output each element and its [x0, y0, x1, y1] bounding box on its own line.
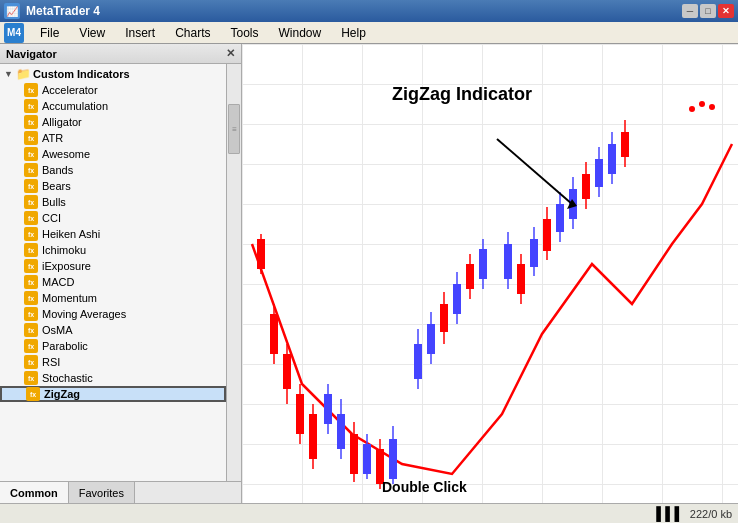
menu-help[interactable]: Help [333, 24, 374, 42]
menu-tools[interactable]: Tools [223, 24, 267, 42]
indicator-label: Heiken Ashi [42, 228, 100, 240]
indicator-label: Accelerator [42, 84, 98, 96]
indicator-label: Moving Averages [42, 308, 126, 320]
tree-root-custom-indicators[interactable]: ▼ 📁 Custom Indicators [0, 66, 226, 82]
list-item[interactable]: fx Stochastic [0, 370, 226, 386]
indicator-icon: fx [26, 387, 40, 401]
menu-file[interactable]: File [32, 24, 67, 42]
indicator-label: Momentum [42, 292, 97, 304]
indicator-icon: fx [24, 371, 38, 385]
menu-charts[interactable]: Charts [167, 24, 218, 42]
svg-point-55 [699, 101, 705, 107]
list-item[interactable]: fx Bears [0, 178, 226, 194]
indicator-label: Awesome [42, 148, 90, 160]
indicator-label: ATR [42, 132, 63, 144]
svg-point-54 [689, 106, 695, 112]
double-click-label: Double Click [382, 479, 467, 495]
tab-common-label: Common [10, 487, 58, 499]
indicator-label: Stochastic [42, 372, 93, 384]
menu-insert[interactable]: Insert [117, 24, 163, 42]
indicator-icon: fx [24, 131, 38, 145]
list-item[interactable]: fx Awesome [0, 146, 226, 162]
indicator-icon: fx [24, 307, 38, 321]
navigator-tree[interactable]: ▼ 📁 Custom Indicators fx Accelerator fx … [0, 64, 241, 481]
svg-line-57 [497, 139, 572, 204]
indicator-icon: fx [24, 291, 38, 305]
list-item[interactable]: fx iExposure [0, 258, 226, 274]
list-item[interactable]: fx Alligator [0, 114, 226, 130]
indicator-label: Parabolic [42, 340, 88, 352]
menu-window[interactable]: Window [271, 24, 330, 42]
indicator-icon: fx [24, 163, 38, 177]
indicator-label: Bulls [42, 196, 66, 208]
menu-view[interactable]: View [71, 24, 113, 42]
list-item-zigzag[interactable]: fx ZigZag [0, 386, 226, 402]
chart-area[interactable]: ZigZag Indicator Double Click [242, 44, 738, 503]
app-icon: 📈 [4, 3, 20, 19]
indicator-icon: fx [24, 211, 38, 225]
indicator-icon: fx [24, 227, 38, 241]
status-bars-icon: ▌▌▌ [656, 506, 684, 521]
status-bar: ▌▌▌ 222/0 kb [0, 503, 738, 523]
title-bar-left: 📈 MetaTrader 4 [4, 3, 100, 19]
indicator-label: CCI [42, 212, 61, 224]
tab-favorites-label: Favorites [79, 487, 124, 499]
indicator-icon: fx [24, 147, 38, 161]
indicator-label-zigzag: ZigZag [44, 388, 80, 400]
indicator-icon: fx [24, 355, 38, 369]
list-item[interactable]: fx OsMA [0, 322, 226, 338]
indicator-icon: fx [24, 259, 38, 273]
indicator-label: RSI [42, 356, 60, 368]
indicator-icon: fx [24, 83, 38, 97]
navigator-title: Navigator [6, 48, 57, 60]
svg-point-56 [709, 104, 715, 110]
indicator-icon: fx [24, 275, 38, 289]
list-item[interactable]: fx Parabolic [0, 338, 226, 354]
indicator-icon: fx [24, 179, 38, 193]
maximize-button[interactable]: □ [700, 4, 716, 18]
nav-scrollbar[interactable]: ≡ [226, 64, 241, 481]
indicator-icon: fx [24, 195, 38, 209]
list-item[interactable]: fx Momentum [0, 290, 226, 306]
list-item[interactable]: fx RSI [0, 354, 226, 370]
nav-scrollbar-thumb[interactable]: ≡ [228, 104, 240, 154]
indicator-icon: fx [24, 243, 38, 257]
expand-icon: ▼ [4, 69, 14, 79]
title-bar: 📈 MetaTrader 4 ─ □ ✕ [0, 0, 738, 22]
chart-svg [242, 44, 738, 503]
list-item[interactable]: fx CCI [0, 210, 226, 226]
tab-favorites[interactable]: Favorites [69, 482, 135, 503]
list-item[interactable]: fx Bands [0, 162, 226, 178]
list-item[interactable]: fx ATR [0, 130, 226, 146]
indicator-label: MACD [42, 276, 74, 288]
zigzag-label: ZigZag Indicator [392, 84, 532, 105]
app-logo: M4 [4, 23, 24, 43]
list-item[interactable]: fx Bulls [0, 194, 226, 210]
memory-label: 222/0 kb [690, 508, 732, 520]
indicator-icon: fx [24, 323, 38, 337]
title-bar-controls: ─ □ ✕ [682, 4, 734, 18]
indicator-label: Bands [42, 164, 73, 176]
root-label: Custom Indicators [33, 68, 130, 80]
navigator-header: Navigator ✕ [0, 44, 241, 64]
indicator-label: Alligator [42, 116, 82, 128]
indicator-icon: fx [24, 339, 38, 353]
indicator-label: OsMA [42, 324, 73, 336]
indicator-icon: fx [24, 99, 38, 113]
tab-common[interactable]: Common [0, 482, 69, 503]
title-bar-text: MetaTrader 4 [26, 4, 100, 18]
close-button[interactable]: ✕ [718, 4, 734, 18]
menu-bar: M4 File View Insert Charts Tools Window … [0, 22, 738, 44]
list-item[interactable]: fx Heiken Ashi [0, 226, 226, 242]
list-item[interactable]: fx Accumulation [0, 98, 226, 114]
indicator-label: Bears [42, 180, 71, 192]
list-item[interactable]: fx Ichimoku [0, 242, 226, 258]
minimize-button[interactable]: ─ [682, 4, 698, 18]
navigator-close-button[interactable]: ✕ [226, 47, 235, 60]
indicator-label: Accumulation [42, 100, 108, 112]
list-item[interactable]: fx Accelerator [0, 82, 226, 98]
list-item[interactable]: fx MACD [0, 274, 226, 290]
main-content: Navigator ✕ ▼ 📁 Custom Indicators fx Acc… [0, 44, 738, 503]
list-item[interactable]: fx Moving Averages [0, 306, 226, 322]
navigator-tabs: Common Favorites [0, 481, 241, 503]
